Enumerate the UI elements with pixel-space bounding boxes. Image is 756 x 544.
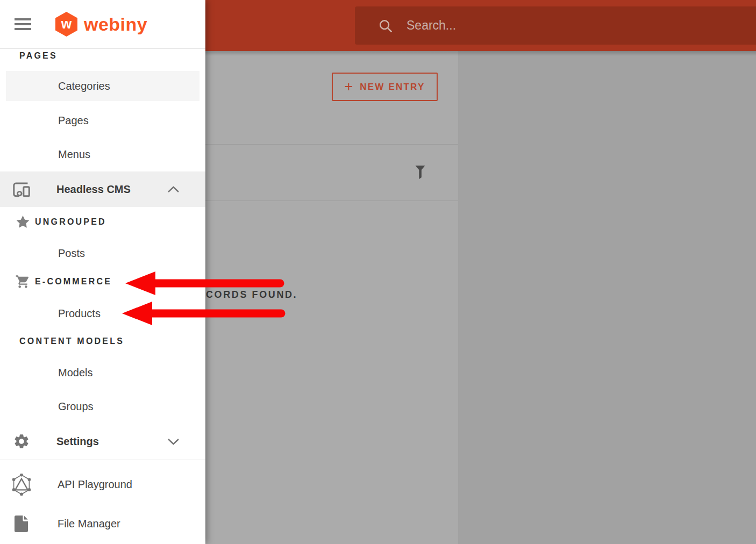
navigation-drawer: w webiny PAGES Categories Pages Menus He… <box>0 0 205 544</box>
devices-icon <box>12 181 32 198</box>
global-search[interactable] <box>355 6 756 45</box>
sidebar-section-ecommerce: E-COMMERCE <box>0 274 205 290</box>
sidebar-item-models[interactable]: Models <box>0 357 205 388</box>
drawer-divider <box>0 460 205 460</box>
filter-icon[interactable] <box>415 165 425 180</box>
sidebar-group-headless-cms[interactable]: Headless CMS <box>0 171 205 207</box>
webiny-logo: w webiny <box>55 12 147 37</box>
sidebar-item-file-manager[interactable]: File Manager <box>0 509 205 539</box>
sidebar-section-pages: PAGES <box>0 48 205 63</box>
new-entry-button[interactable]: + NEW ENTRY <box>332 73 438 101</box>
cart-icon <box>15 274 31 289</box>
sidebar-item-products[interactable]: Products <box>0 298 205 328</box>
sidebar-item-pages[interactable]: Pages <box>0 105 205 135</box>
sidebar-item-menus[interactable]: Menus <box>0 139 205 169</box>
sidebar-section-content-models: CONTENT MODELS <box>0 333 205 349</box>
graphql-icon <box>12 474 31 496</box>
gear-icon <box>13 433 30 450</box>
search-icon <box>377 18 394 34</box>
webiny-wordmark: webiny <box>84 14 147 35</box>
drawer-header: w webiny <box>0 0 205 49</box>
webiny-hexagon-icon: w <box>55 12 77 37</box>
file-icon <box>14 515 28 533</box>
star-icon <box>15 214 31 230</box>
sidebar-group-settings[interactable]: Settings <box>0 425 205 458</box>
empty-records-message: CORDS FOUND. <box>206 289 297 300</box>
sidebar-item-groups[interactable]: Groups <box>0 391 205 421</box>
sidebar-item-api-playground[interactable]: API Playground <box>0 469 205 499</box>
page-background-dimmed[interactable] <box>458 51 756 544</box>
sidebar-section-ungrouped: UNGROUPED <box>0 214 205 230</box>
sidebar-item-posts[interactable]: Posts <box>0 238 205 268</box>
search-input[interactable] <box>406 18 686 33</box>
plus-icon: + <box>345 80 353 94</box>
menu-icon[interactable] <box>15 18 31 30</box>
chevron-up-icon <box>167 186 180 193</box>
chevron-down-icon <box>167 438 180 445</box>
sidebar-item-categories[interactable]: Categories <box>6 71 199 101</box>
